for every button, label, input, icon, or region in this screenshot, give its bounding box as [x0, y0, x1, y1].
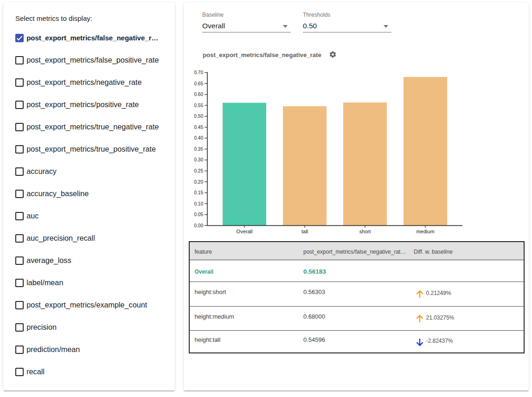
svg-text:short: short: [359, 229, 371, 234]
svg-text:0.10: 0.10: [194, 201, 204, 206]
svg-text:0.70: 0.70: [194, 70, 204, 75]
svg-text:tall: tall: [301, 229, 308, 234]
svg-text:0.00: 0.00: [194, 223, 204, 228]
svg-text:0.15: 0.15: [194, 190, 204, 195]
svg-text:0.25: 0.25: [194, 168, 204, 173]
svg-text:0.40: 0.40: [194, 135, 204, 141]
svg-text:Overall: Overall: [237, 229, 253, 234]
svg-text:0.30: 0.30: [194, 157, 204, 162]
svg-text:0.45: 0.45: [194, 125, 204, 130]
svg-text:0.50: 0.50: [194, 114, 204, 119]
svg-text:0.65: 0.65: [194, 81, 204, 86]
svg-text:0.55: 0.55: [194, 103, 204, 108]
svg-text:0.20: 0.20: [194, 179, 204, 185]
svg-text:0.35: 0.35: [194, 147, 204, 152]
svg-text:0.05: 0.05: [194, 212, 204, 217]
svg-text:medium: medium: [416, 229, 434, 234]
svg-text:0.60: 0.60: [194, 92, 204, 97]
